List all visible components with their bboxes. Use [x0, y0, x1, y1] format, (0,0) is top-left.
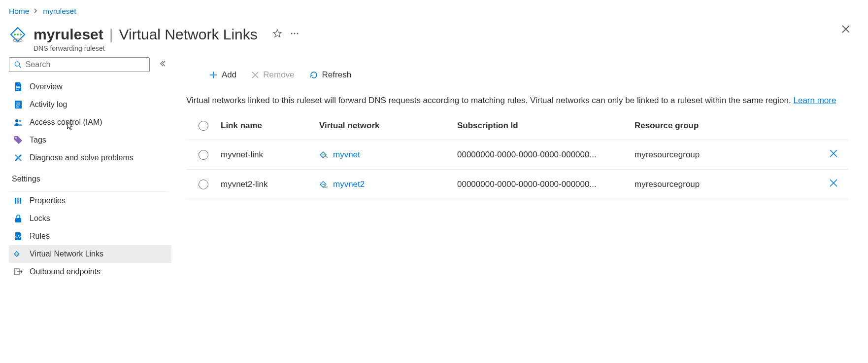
row-checkbox[interactable]	[199, 180, 208, 189]
sidebar-item-label: Access control (IAM)	[30, 118, 102, 127]
cell-link-name: myvnet2-link	[221, 180, 319, 189]
locks-icon	[14, 214, 23, 223]
col-subscription: Subscription Id	[457, 121, 634, 131]
svg-rect-16	[16, 107, 19, 108]
search-input-wrap[interactable]	[9, 57, 150, 72]
svg-point-37	[323, 184, 324, 185]
svg-point-2	[17, 34, 19, 36]
sidebar-item-label: Activity log	[30, 100, 67, 109]
breadcrumb: Home myruleset	[0, 0, 868, 19]
sidebar-item-label: Properties	[30, 196, 66, 205]
row-checkbox[interactable]	[199, 150, 208, 160]
sidebar-item-virtual-network-links[interactable]: Virtual Network Links	[9, 245, 171, 263]
vnet-icon	[319, 181, 329, 188]
cell-link-name: myvnet-link	[221, 150, 319, 160]
vnet-link[interactable]: myvnet	[333, 150, 360, 160]
remove-icon	[251, 71, 259, 79]
search-icon	[14, 61, 22, 69]
cell-resource-group: myresourcegroup	[634, 180, 819, 189]
svg-point-6	[294, 33, 295, 35]
svg-point-7	[297, 33, 298, 35]
col-vnet: Virtual network	[319, 121, 457, 131]
sidebar-item-outbound-endpoints[interactable]: Outbound endpoints	[9, 263, 171, 281]
sidebar-item-locks[interactable]: Locks	[9, 210, 171, 227]
links-table: Link name Virtual network Subscription I…	[186, 121, 848, 199]
properties-icon	[14, 196, 23, 205]
sidebar-item-rules[interactable]: </> Rules	[9, 227, 171, 245]
sidebar-item-diagnose[interactable]: Diagnose and solve problems	[9, 149, 171, 167]
diagnose-icon	[14, 153, 23, 162]
svg-point-28	[17, 254, 18, 254]
search-input[interactable]	[26, 60, 144, 69]
close-button[interactable]	[841, 24, 850, 36]
table-row: myvnet-link myvnet 00000000-0000-0000-00…	[186, 140, 848, 170]
svg-point-18	[19, 120, 21, 122]
title-divider: |	[107, 26, 115, 43]
col-link-name: Link name	[221, 121, 319, 131]
page-subtitle: DNS forwarding ruleset	[33, 44, 258, 52]
more-menu-button[interactable]	[290, 32, 299, 35]
collapse-sidebar-button[interactable]	[159, 60, 171, 69]
svg-point-32	[323, 154, 324, 155]
sidebar-item-activity-log[interactable]: Activity log	[9, 96, 171, 113]
page-title: myruleset | Virtual Network Links	[33, 26, 258, 43]
svg-rect-15	[16, 105, 20, 106]
table-header: Link name Virtual network Subscription I…	[186, 121, 848, 140]
breadcrumb-home[interactable]: Home	[9, 7, 29, 16]
svg-point-17	[15, 119, 18, 122]
sidebar-item-label: Locks	[30, 214, 50, 223]
remove-label: Remove	[263, 70, 294, 80]
title-name: myruleset	[33, 26, 103, 43]
sidebar: Overview Activity log Access control (IA…	[0, 57, 171, 361]
cell-resource-group: myresourcegroup	[634, 150, 819, 160]
refresh-icon	[309, 71, 318, 79]
favorite-button[interactable]	[272, 29, 282, 38]
breadcrumb-current[interactable]: myruleset	[43, 7, 76, 16]
select-all-checkbox[interactable]	[199, 121, 208, 131]
sidebar-item-tags[interactable]: Tags	[9, 131, 171, 149]
sidebar-item-properties[interactable]: Properties	[9, 192, 171, 210]
svg-point-1	[14, 34, 16, 36]
sidebar-item-overview[interactable]: Overview	[9, 78, 171, 96]
svg-rect-10	[16, 86, 20, 87]
svg-point-36	[322, 184, 323, 185]
svg-point-38	[324, 184, 325, 185]
sidebar-item-label: Tags	[30, 136, 46, 145]
add-button[interactable]: Add	[204, 68, 241, 82]
sidebar-item-label: Diagnose and solve problems	[30, 153, 134, 162]
svg-point-27	[16, 254, 17, 254]
plus-icon	[209, 71, 218, 79]
svg-rect-22	[20, 198, 21, 204]
svg-rect-12	[16, 89, 19, 90]
svg-point-8	[15, 62, 19, 66]
svg-point-31	[322, 154, 323, 155]
vnet-icon	[319, 151, 329, 158]
svg-line-9	[19, 66, 21, 68]
sidebar-item-label: Rules	[30, 232, 50, 241]
activity-log-icon	[14, 100, 23, 109]
refresh-button[interactable]: Refresh	[304, 68, 357, 82]
remove-button: Remove	[246, 68, 299, 82]
svg-rect-23	[15, 218, 21, 222]
resource-icon	[9, 26, 27, 43]
svg-rect-14	[16, 103, 20, 104]
col-resource-group: Resource group	[634, 121, 819, 131]
svg-point-33	[324, 154, 325, 155]
refresh-label: Refresh	[322, 70, 352, 80]
vnet-link[interactable]: myvnet2	[333, 180, 365, 189]
cell-subscription: 00000000-0000-0000-0000-000000...	[457, 150, 634, 160]
delete-row-button[interactable]	[829, 179, 838, 190]
overview-icon	[14, 82, 23, 91]
svg-point-5	[291, 33, 292, 35]
title-page: Virtual Network Links	[119, 26, 258, 43]
learn-more-link[interactable]: Learn more	[793, 96, 836, 105]
vnet-links-icon	[14, 250, 23, 258]
delete-row-button[interactable]	[829, 149, 838, 160]
main-content: Add Remove Refresh Virtual networks link…	[171, 57, 868, 361]
sidebar-item-label: Overview	[30, 82, 63, 91]
sidebar-item-label: Outbound endpoints	[30, 267, 100, 276]
cell-subscription: 00000000-0000-0000-0000-000000...	[457, 180, 634, 189]
add-label: Add	[222, 70, 236, 80]
svg-text:</>: </>	[15, 234, 21, 239]
sidebar-item-access-control[interactable]: Access control (IAM)	[9, 113, 171, 131]
